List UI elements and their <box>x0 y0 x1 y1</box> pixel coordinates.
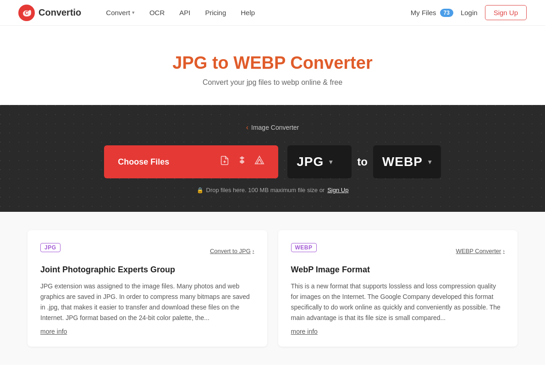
from-format-selector[interactable]: JPG ▾ <box>287 145 352 178</box>
convert-to-jpg-link[interactable]: Convert to JPG › <box>210 248 254 254</box>
hero-section: JPG to WEBP Converter Convert your jpg f… <box>0 26 545 105</box>
to-label: to <box>357 155 368 168</box>
jpg-info-card: JPG Convert to JPG › Joint Photographic … <box>28 230 267 347</box>
files-badge: 73 <box>440 9 453 17</box>
header: C Convertio Convert ▾ OCR API Pricing He… <box>0 0 545 26</box>
convert-chevron-icon: ▾ <box>132 10 135 16</box>
gdrive-icon <box>254 155 264 168</box>
main-nav: Convert ▾ OCR API Pricing Help <box>99 5 410 20</box>
from-format-label: JPG <box>297 155 324 169</box>
header-right: My Files 73 Login Sign Up <box>411 5 527 20</box>
page-title: JPG to WEBP Converter <box>9 53 536 73</box>
logo-text: Convertio <box>39 7 81 18</box>
to-format-label: WEBP <box>382 155 423 169</box>
webp-more-info-link[interactable]: more info <box>291 328 318 335</box>
jpg-card-title: Joint Photographic Experts Group <box>40 265 254 275</box>
jpg-more-info-link[interactable]: more info <box>40 328 67 335</box>
dropbox-icon <box>237 155 247 168</box>
webp-card-title: WebP Image Format <box>291 265 505 275</box>
nav-ocr[interactable]: OCR <box>143 5 171 20</box>
jpg-link-chevron-icon: › <box>253 248 254 254</box>
file-upload-icon <box>220 155 230 168</box>
format-selector: JPG ▾ to WEBP ▾ <box>287 145 441 178</box>
nav-api[interactable]: API <box>173 5 197 20</box>
webp-link-chevron-icon: › <box>503 248 505 254</box>
converter-controls: Choose Files <box>9 145 536 178</box>
upload-icons <box>220 155 264 168</box>
jpg-tag: JPG <box>40 243 61 252</box>
from-format-chevron-icon: ▾ <box>329 158 333 166</box>
webp-converter-link[interactable]: WEBP Converter › <box>456 248 505 254</box>
my-files-link[interactable]: My Files 73 <box>411 9 453 17</box>
svg-text:C: C <box>25 10 28 16</box>
nav-convert[interactable]: Convert ▾ <box>99 5 141 20</box>
nav-help[interactable]: Help <box>234 5 261 20</box>
to-format-chevron-icon: ▾ <box>428 158 432 166</box>
drop-signup-link[interactable]: Sign Up <box>327 187 348 193</box>
webp-tag: WEBP <box>291 243 317 252</box>
breadcrumb: ‹ Image Converter <box>9 123 536 132</box>
login-button[interactable]: Login <box>461 9 478 17</box>
converter-section: ‹ Image Converter Choose Files <box>0 105 545 212</box>
logo[interactable]: C Convertio <box>18 5 81 21</box>
webp-card-body: This is a new format that supports lossl… <box>291 281 505 323</box>
drop-info: 🔒 Drop files here. 100 MB maximum file s… <box>9 187 536 193</box>
signup-button[interactable]: Sign Up <box>485 5 527 20</box>
jpg-card-body: JPG extension was assigned to the image … <box>40 281 254 323</box>
hero-subtitle: Convert your jpg files to webp online & … <box>9 78 536 87</box>
lock-icon: 🔒 <box>197 187 204 193</box>
to-format-selector[interactable]: WEBP ▾ <box>373 145 441 178</box>
info-cards-section: JPG Convert to JPG › Joint Photographic … <box>0 212 545 365</box>
nav-pricing[interactable]: Pricing <box>198 5 232 20</box>
webp-info-card: WEBP WEBP Converter › WebP Image Format … <box>278 230 518 347</box>
choose-files-button[interactable]: Choose Files <box>104 145 278 178</box>
logo-icon: C <box>18 5 35 21</box>
breadcrumb-chevron-icon: ‹ <box>246 123 248 132</box>
